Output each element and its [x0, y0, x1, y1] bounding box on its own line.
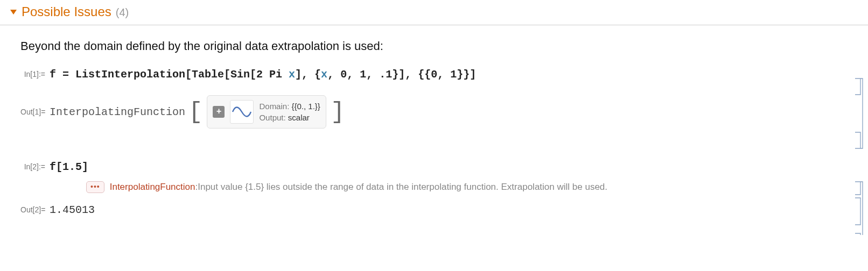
code-var: x	[321, 68, 327, 81]
input-cell-2[interactable]: In[2]:= f[1.5]	[0, 158, 868, 176]
input-code-2[interactable]: f[1.5]	[50, 161, 88, 173]
section-count: (4)	[116, 6, 129, 19]
domain-value: {{0., 1.}}	[291, 102, 320, 111]
output-label: Out[1]=	[20, 108, 50, 116]
output-key: Output:	[259, 113, 285, 122]
description-text: Beyond the domain defined by the origina…	[0, 25, 868, 65]
code-var: x	[289, 68, 295, 81]
output-expr-1: InterpolatingFunction [ + Domain: {{0., …	[50, 95, 346, 129]
section-header[interactable]: Possible Issues (4)	[0, 0, 868, 25]
input-code-1[interactable]: f = ListInterpolation[Table[Sin[2 Pi x],…	[50, 68, 476, 81]
input-label: In[2]:=	[20, 162, 50, 171]
output-cell-2: Out[2]= 1.45013	[0, 201, 868, 219]
cell-bracket-gutter[interactable]	[852, 4, 866, 235]
output-value-meta: scalar	[288, 113, 310, 122]
sine-wave-icon	[230, 100, 254, 124]
interpolating-function-meta: Domain: {{0., 1.}} Output: scalar	[259, 101, 320, 123]
input-cell-1[interactable]: In[1]:= f = ListInterpolation[Table[Sin[…	[0, 65, 868, 83]
code-text: f = ListInterpolation[Table[Sin[2 Pi	[50, 68, 289, 81]
input-label: In[1]:=	[20, 70, 50, 79]
chevron-down-icon	[10, 8, 17, 17]
svg-marker-0	[10, 10, 17, 15]
output-cell-1: Out[1]= InterpolatingFunction [ + Domain…	[0, 95, 868, 129]
page: Possible Issues (4) Beyond the domain de…	[0, 0, 868, 235]
interpolating-function-head: InterpolatingFunction	[50, 106, 185, 118]
section-title: Possible Issues	[22, 4, 111, 19]
interpolating-function-box[interactable]: + Domain: {{0., 1.}} Output: scalar	[207, 95, 326, 129]
message-opener-icon[interactable]: •••	[86, 181, 104, 193]
message-head[interactable]: InterpolatingFunction	[110, 182, 195, 192]
message-row: ••• InterpolatingFunction: Input value {…	[0, 181, 868, 193]
output-value-2: 1.45013	[50, 204, 95, 216]
output-label: Out[2]=	[20, 205, 50, 214]
close-bracket-icon: ]	[330, 100, 346, 124]
code-text: ], {	[295, 68, 321, 81]
message-body: Input value {1.5} lies outside the range…	[198, 182, 607, 192]
domain-key: Domain:	[259, 102, 289, 111]
code-text: , 0, 1, .1}], {{0, 1}}]	[327, 68, 476, 81]
open-bracket-icon: [	[187, 100, 204, 124]
expand-plus-icon[interactable]: +	[213, 106, 225, 118]
